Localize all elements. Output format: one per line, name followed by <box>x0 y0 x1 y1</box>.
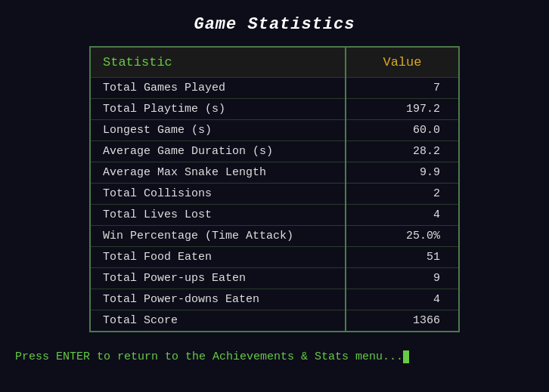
cursor: | <box>403 350 409 363</box>
row-value: 9.9 <box>346 162 458 184</box>
stats-table-container: Statistic Value Total Games Played7Total… <box>89 46 460 332</box>
row-value: 60.0 <box>346 120 458 141</box>
row-statistic: Total Power-ups Eaten <box>91 268 346 289</box>
header-value: Value <box>346 48 458 78</box>
table-row: Longest Game (s)60.0 <box>91 120 458 141</box>
page-title: Game Statistics <box>194 15 355 34</box>
row-value: 1366 <box>346 310 458 332</box>
footer-message: Press ENTER to return to the Achievement… <box>15 350 403 363</box>
row-value: 197.2 <box>346 99 458 120</box>
table-row: Total Lives Lost4 <box>91 205 458 226</box>
table-header-row: Statistic Value <box>91 48 458 78</box>
row-value: 28.2 <box>346 141 458 162</box>
table-row: Average Max Snake Length9.9 <box>91 162 458 184</box>
table-row: Win Percentage (Time Attack)25.0% <box>91 226 458 247</box>
row-statistic: Total Power-downs Eaten <box>91 289 346 310</box>
row-statistic: Win Percentage (Time Attack) <box>91 226 346 247</box>
row-value: 9 <box>346 268 458 289</box>
row-statistic: Total Lives Lost <box>91 205 346 226</box>
table-row: Total Score1366 <box>91 310 458 332</box>
row-statistic: Total Collisions <box>91 184 346 205</box>
row-statistic: Longest Game (s) <box>91 120 346 141</box>
row-statistic: Total Food Eaten <box>91 247 346 268</box>
table-row: Total Power-ups Eaten9 <box>91 268 458 289</box>
footer-text: Press ENTER to return to the Achievement… <box>12 350 409 363</box>
stats-table: Statistic Value Total Games Played7Total… <box>91 48 458 331</box>
header-statistic: Statistic <box>91 48 346 78</box>
row-statistic: Total Playtime (s) <box>91 99 346 120</box>
table-row: Average Game Duration (s)28.2 <box>91 141 458 162</box>
row-value: 4 <box>346 289 458 310</box>
row-value: 25.0% <box>346 226 458 247</box>
row-statistic: Total Games Played <box>91 78 346 99</box>
row-value: 7 <box>346 78 458 99</box>
row-value: 4 <box>346 205 458 226</box>
row-value: 51 <box>346 247 458 268</box>
row-statistic: Average Game Duration (s) <box>91 141 346 162</box>
row-value: 2 <box>346 184 458 205</box>
table-row: Total Playtime (s)197.2 <box>91 99 458 120</box>
row-statistic: Total Score <box>91 310 346 332</box>
table-row: Total Games Played7 <box>91 78 458 99</box>
table-row: Total Collisions2 <box>91 184 458 205</box>
table-row: Total Food Eaten51 <box>91 247 458 268</box>
table-row: Total Power-downs Eaten4 <box>91 289 458 310</box>
row-statistic: Average Max Snake Length <box>91 162 346 184</box>
